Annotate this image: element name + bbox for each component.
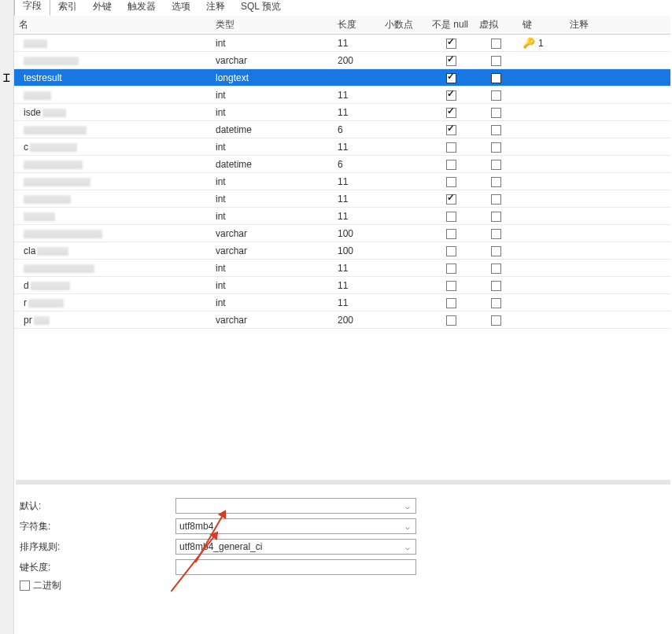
cell-notnull[interactable] — [427, 121, 474, 138]
cell-comment[interactable] — [565, 52, 670, 69]
col-virtual[interactable]: 虚拟 — [474, 16, 518, 35]
cell-virtual[interactable] — [474, 52, 518, 69]
cell-name[interactable] — [14, 35, 211, 52]
notnull-checkbox[interactable] — [446, 108, 456, 118]
cell-type[interactable]: int — [211, 190, 333, 208]
cell-comment[interactable] — [565, 208, 670, 225]
notnull-checkbox[interactable] — [446, 264, 456, 274]
cell-type[interactable]: int — [211, 208, 333, 225]
cell-notnull[interactable] — [427, 35, 474, 52]
cell-comment[interactable] — [565, 69, 670, 87]
cell-name[interactable]: pr — [14, 311, 211, 329]
cell-decimals[interactable] — [380, 69, 427, 87]
table-row[interactable]: datetime6 — [14, 121, 670, 138]
table-row[interactable]: clavarchar100 — [14, 242, 670, 260]
virtual-checkbox[interactable] — [491, 246, 501, 256]
cell-length[interactable]: 11 — [333, 190, 380, 208]
table-row[interactable]: rint11 — [14, 294, 670, 311]
cell-type[interactable]: int — [211, 173, 333, 190]
table-row[interactable]: cint11 — [14, 138, 670, 156]
virtual-checkbox[interactable] — [491, 281, 501, 291]
tab-comment[interactable]: 注释 — [198, 0, 233, 16]
cell-virtual[interactable] — [474, 87, 518, 104]
cell-comment[interactable] — [565, 35, 670, 52]
cell-virtual[interactable] — [474, 242, 518, 260]
cell-length[interactable]: 11 — [333, 35, 380, 52]
cell-comment[interactable] — [565, 294, 670, 311]
virtual-checkbox[interactable] — [491, 90, 501, 101]
table-row[interactable]: isdeint11 — [14, 104, 670, 121]
cell-name[interactable]: r — [14, 294, 211, 311]
tab-triggers[interactable]: 触发器 — [120, 0, 164, 16]
virtual-checkbox[interactable] — [491, 298, 501, 308]
collation-combo[interactable]: utf8mb4_general_ci ⌵ — [175, 539, 416, 555]
col-name[interactable]: 名 — [14, 16, 211, 35]
cell-comment[interactable] — [565, 190, 670, 208]
table-row[interactable]: varchar200 — [14, 52, 670, 69]
virtual-checkbox[interactable] — [491, 264, 501, 274]
cell-length[interactable]: 11 — [333, 260, 380, 277]
cell-notnull[interactable] — [427, 242, 474, 260]
virtual-checkbox[interactable] — [491, 177, 501, 187]
cell-virtual[interactable] — [474, 35, 518, 52]
cell-length[interactable]: 11 — [333, 138, 380, 156]
cell-key[interactable] — [518, 260, 565, 277]
cell-decimals[interactable] — [380, 121, 427, 138]
cell-key[interactable] — [518, 242, 565, 260]
cell-type[interactable]: varchar — [211, 242, 333, 260]
cell-decimals[interactable] — [380, 294, 427, 311]
notnull-checkbox[interactable] — [446, 160, 456, 170]
notnull-checkbox[interactable] — [446, 298, 456, 308]
cell-length[interactable]: 11 — [333, 294, 380, 311]
binary-checkbox[interactable] — [20, 581, 30, 591]
notnull-checkbox[interactable] — [446, 246, 456, 256]
cell-type[interactable]: int — [211, 104, 333, 121]
notnull-checkbox[interactable] — [446, 90, 456, 101]
cell-decimals[interactable] — [380, 208, 427, 225]
cell-decimals[interactable] — [380, 156, 427, 173]
cell-length[interactable]: 11 — [333, 277, 380, 294]
cell-name[interactable]: isde — [14, 104, 211, 121]
cell-key[interactable] — [518, 104, 565, 121]
cell-length[interactable]: 200 — [333, 52, 380, 69]
cell-name[interactable]: d — [14, 277, 211, 294]
cell-decimals[interactable] — [380, 277, 427, 294]
table-row[interactable]: testresultlongtext — [14, 69, 670, 87]
cell-comment[interactable] — [565, 121, 670, 138]
notnull-checkbox[interactable] — [446, 281, 456, 291]
cell-length[interactable]: 100 — [333, 242, 380, 260]
table-row[interactable]: int11 — [14, 208, 670, 225]
cell-type[interactable]: datetime — [211, 121, 333, 138]
cell-comment[interactable] — [565, 242, 670, 260]
cell-comment[interactable] — [565, 225, 670, 242]
notnull-checkbox[interactable] — [446, 194, 456, 205]
cell-decimals[interactable] — [380, 138, 427, 156]
cell-notnull[interactable] — [427, 225, 474, 242]
cell-type[interactable]: int — [211, 277, 333, 294]
table-row[interactable]: varchar100 — [14, 225, 670, 242]
cell-notnull[interactable] — [427, 69, 474, 87]
virtual-checkbox[interactable] — [491, 108, 501, 118]
virtual-checkbox[interactable] — [491, 229, 501, 239]
cell-type[interactable]: longtext — [211, 69, 333, 87]
cell-virtual[interactable] — [474, 311, 518, 329]
cell-comment[interactable] — [565, 138, 670, 156]
cell-notnull[interactable] — [427, 87, 474, 104]
cell-key[interactable] — [518, 311, 565, 329]
cell-length[interactable]: 100 — [333, 225, 380, 242]
cell-length[interactable]: 6 — [333, 156, 380, 173]
cell-notnull[interactable] — [427, 138, 474, 156]
col-key[interactable]: 键 — [518, 16, 565, 35]
virtual-checkbox[interactable] — [491, 142, 501, 153]
cell-notnull[interactable] — [427, 104, 474, 121]
cell-key[interactable] — [518, 208, 565, 225]
cell-length[interactable]: 6 — [333, 121, 380, 138]
cell-comment[interactable] — [565, 104, 670, 121]
cell-length[interactable]: 200 — [333, 311, 380, 329]
default-combo[interactable]: ⌵ — [175, 498, 416, 514]
cell-comment[interactable] — [565, 173, 670, 190]
cell-virtual[interactable] — [474, 260, 518, 277]
col-decimals[interactable]: 小数点 — [380, 16, 427, 35]
cell-length[interactable]: 11 — [333, 104, 380, 121]
table-row[interactable]: datetime6 — [14, 156, 670, 173]
